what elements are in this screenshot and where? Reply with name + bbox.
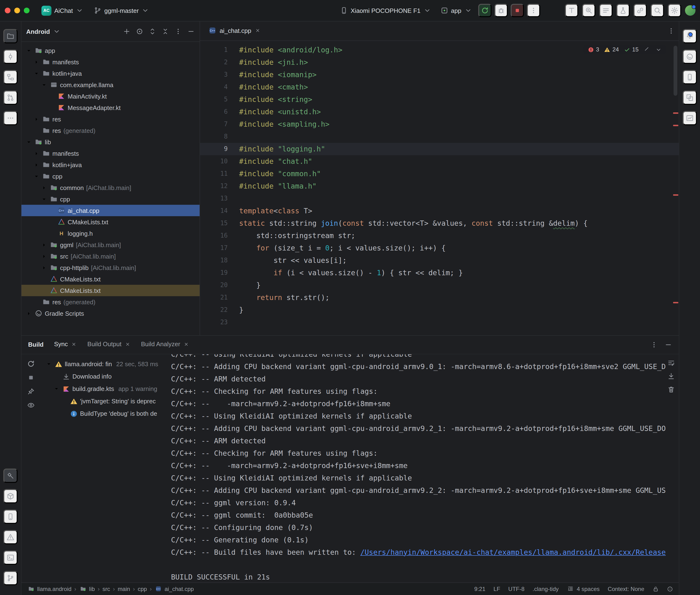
build-tree-item[interactable]: BuildType 'debug' is both de (40, 407, 171, 420)
code-line[interactable]: 18 str << values[i]; (200, 254, 678, 267)
project-tree-item[interactable]: com.example.llama (22, 79, 200, 90)
project-tree-item[interactable]: kotlin+java (22, 159, 200, 170)
hide-build-panel-icon[interactable] (664, 341, 672, 348)
device-explorer-tool-button[interactable] (3, 509, 18, 523)
chevron-down-icon[interactable] (53, 28, 60, 35)
settings-button[interactable] (668, 4, 681, 17)
build-window-title[interactable]: Build (28, 341, 44, 348)
line-number[interactable]: 18 (200, 254, 238, 267)
code-line[interactable]: 14template<class T> (200, 205, 678, 217)
line-number[interactable]: 22 (200, 304, 238, 316)
code-line[interactable]: 4#include <cmath> (200, 81, 678, 93)
line-number[interactable]: 3 (200, 68, 238, 81)
line-number[interactable]: 14 (200, 205, 238, 217)
expander-icon[interactable] (33, 150, 40, 157)
build-tree-item[interactable]: 'jvmTarget: String' is deprec (40, 395, 171, 407)
warning-count[interactable]: 24 (604, 46, 619, 53)
expander-icon[interactable] (40, 264, 48, 271)
expander-icon[interactable] (25, 138, 32, 145)
line-number[interactable]: 12 (200, 180, 238, 192)
code-line[interactable]: 7#include <sampling.h> (200, 118, 678, 131)
code-line[interactable]: 21 return str.str(); (200, 291, 678, 304)
project-tree-item[interactable]: manifests (22, 148, 200, 159)
user-avatar[interactable] (685, 5, 695, 16)
breadcrumb-item[interactable]: src (103, 586, 110, 592)
project-tree-item[interactable]: res(generated) (22, 125, 200, 136)
line-number[interactable]: 20 (200, 279, 238, 291)
branch-selector[interactable]: ggml-master (90, 5, 153, 16)
expander-icon[interactable] (40, 81, 48, 88)
line-number[interactable]: 4 (200, 81, 238, 93)
stop-process-icon[interactable] (27, 374, 35, 381)
zoom-button[interactable] (24, 8, 30, 13)
project-tree-item[interactable]: cpp-httplib[AiChat.lib.main] (22, 262, 200, 273)
line-number[interactable]: 13 (200, 192, 238, 205)
expand-all-icon[interactable] (149, 28, 156, 35)
build-tree-item[interactable]: Download info (40, 370, 171, 382)
project-tree-item[interactable]: Hlogging.h (22, 228, 200, 239)
prev-problem-icon[interactable] (643, 46, 650, 53)
collapse-all-icon[interactable] (162, 28, 169, 35)
code-line[interactable]: 20 } (200, 279, 678, 291)
expander-icon[interactable] (33, 58, 40, 65)
close-tab-icon[interactable] (184, 341, 189, 347)
clear-all-icon[interactable] (667, 386, 675, 393)
notifications-tool-button[interactable] (682, 29, 697, 43)
build-tree-item[interactable]: llama.android: fin22 sec, 583 ms (40, 358, 171, 370)
code-line[interactable]: 6#include <unistd.h> (200, 106, 678, 118)
code-line[interactable]: 19 if (i < values.size() - 1) { str << d… (200, 267, 678, 279)
project-tree-item[interactable]: ggml[AiChat.lib.main] (22, 239, 200, 251)
code-line[interactable]: 16 std::ostringstream str; (200, 229, 678, 242)
code-line[interactable]: 17 for (size_t i = 0; i < values.size();… (200, 242, 678, 254)
line-number[interactable]: 17 (200, 242, 238, 254)
line-number[interactable]: 9 (200, 143, 238, 155)
project-tool-button[interactable] (3, 29, 18, 43)
rerun-button[interactable] (478, 4, 492, 17)
code-line[interactable]: 23 (200, 316, 678, 329)
code-line[interactable]: 15static std::string join(const std::vec… (200, 217, 678, 229)
run-config-selector[interactable]: app (437, 5, 475, 16)
line-number[interactable]: 21 (200, 291, 238, 304)
line-number[interactable]: 1 (200, 44, 238, 56)
passed-count[interactable]: 15 (623, 46, 639, 53)
build-tab-build-analyzer[interactable]: Build Analyzer (141, 335, 189, 354)
code-line[interactable]: 5#include <string> (200, 93, 678, 106)
close-tab-icon[interactable] (71, 341, 77, 347)
line-number[interactable]: 6 (200, 106, 238, 118)
project-tree-item[interactable]: lib (22, 136, 200, 148)
error-count[interactable]: 3 (587, 46, 599, 53)
pin-tab-icon[interactable] (27, 387, 35, 395)
context-widget[interactable]: Context: None (608, 586, 644, 592)
scroll-to-end-icon[interactable] (667, 372, 675, 380)
code-line[interactable]: 3#include <iomanip> (200, 68, 678, 81)
editor-tab[interactable]: C++ ai_chat.cpp (204, 21, 265, 41)
project-tree-item[interactable]: C++ai_chat.cpp (22, 205, 200, 216)
device-selector[interactable]: Xiaomi POCOPHONE F1 (337, 5, 434, 16)
inspect-code-button[interactable] (582, 4, 595, 17)
line-number[interactable]: 11 (200, 168, 238, 180)
expander-icon[interactable] (40, 184, 48, 191)
expander-icon[interactable] (25, 310, 32, 317)
project-tree-item[interactable]: cpp (22, 170, 200, 182)
code-editor[interactable]: 1#include <android/log.h>2#include <jni.… (200, 41, 678, 335)
breadcrumb-item[interactable]: llama.android (27, 585, 72, 593)
locate-icon[interactable] (136, 28, 143, 35)
project-tree-item[interactable]: app (22, 45, 200, 56)
terminal-tool-button[interactable] (3, 550, 18, 565)
project-tree-item[interactable]: MessageAdapter.kt (22, 102, 200, 113)
problems-tool-button[interactable] (3, 530, 18, 544)
structure-tool-button[interactable] (3, 70, 18, 84)
code-line[interactable]: 22} (200, 304, 678, 316)
line-number[interactable]: 15 (200, 217, 238, 229)
close-tab-icon[interactable] (125, 341, 131, 347)
expander-icon[interactable] (33, 115, 40, 123)
gradle-tool-button[interactable] (682, 50, 697, 64)
project-tree-item[interactable]: CMakeLists.txt (22, 216, 200, 228)
layout-inspector-tool-button[interactable] (682, 90, 697, 105)
project-tree-item[interactable]: res (22, 113, 200, 125)
close-tab-icon[interactable] (255, 28, 260, 33)
line-number[interactable]: 5 (200, 93, 238, 106)
expander-icon[interactable] (53, 386, 60, 392)
more-run-options-button[interactable] (527, 4, 540, 17)
indent-widget[interactable]: 4 spaces (567, 585, 600, 593)
